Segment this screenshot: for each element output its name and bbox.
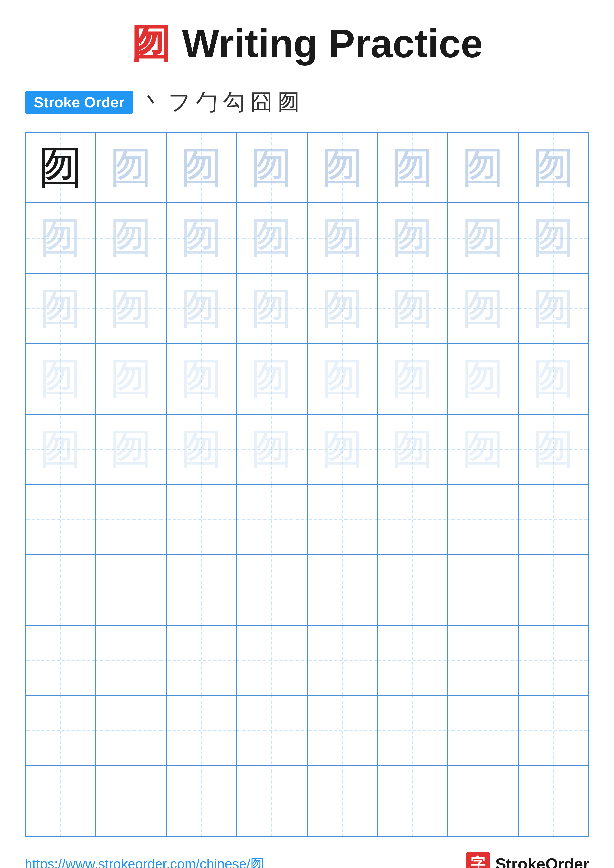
grid-cell[interactable]: [236, 485, 307, 555]
grid-cell[interactable]: [25, 625, 96, 696]
grid-cell[interactable]: 囫: [25, 133, 96, 203]
writing-grid: 囫囫囫囫囫囫囫囫囫囫囫囫囫囫囫囫囫囫囫囫囫囫囫囫囫囫囫囫囫囫囫囫囫囫囫囫囫囫囫囫: [25, 132, 589, 837]
grid-cell[interactable]: 囫: [236, 133, 307, 203]
grid-cell[interactable]: 囫: [518, 203, 589, 273]
grid-cell[interactable]: [236, 625, 307, 696]
grid-cell[interactable]: [307, 696, 378, 766]
grid-cell[interactable]: [518, 555, 589, 625]
grid-cell[interactable]: [518, 485, 589, 555]
stroke-order-badge: Stroke Order: [25, 91, 134, 114]
grid-cell[interactable]: [166, 696, 236, 766]
grid-cell[interactable]: 囫: [378, 133, 448, 203]
footer-logo-text: StrokeOrder: [495, 855, 589, 868]
grid-cell[interactable]: [307, 485, 378, 555]
grid-cell[interactable]: 囫: [448, 344, 518, 414]
grid-cell[interactable]: 囫: [307, 133, 378, 203]
grid-cell[interactable]: [25, 766, 96, 836]
grid-cell[interactable]: [378, 485, 448, 555]
grid-cell[interactable]: 囫: [448, 203, 518, 273]
grid-cell[interactable]: 囫: [307, 414, 378, 485]
grid-cell[interactable]: 囫: [378, 414, 448, 485]
grid-cell[interactable]: [307, 766, 378, 836]
grid-cell[interactable]: [96, 766, 166, 836]
grid-cell[interactable]: [166, 766, 236, 836]
grid-cell[interactable]: [448, 625, 518, 696]
grid-cell[interactable]: [236, 555, 307, 625]
grid-cell[interactable]: 囫: [25, 203, 96, 273]
footer-logo: 字 StrokeOrder: [466, 852, 589, 868]
stroke-5: 囧: [250, 87, 273, 117]
grid-cell[interactable]: [378, 625, 448, 696]
grid-cell[interactable]: 囫: [518, 414, 589, 485]
grid-cell[interactable]: 囫: [236, 203, 307, 273]
grid-cell[interactable]: [378, 696, 448, 766]
page: 囫 Writing Practice Stroke Order 丶 フ 勹 勾 …: [0, 0, 614, 868]
grid-cell[interactable]: [25, 696, 96, 766]
grid-cell[interactable]: 囫: [236, 344, 307, 414]
grid-cell[interactable]: [25, 485, 96, 555]
grid-cell[interactable]: 囫: [96, 203, 166, 273]
title-text: Writing Practice: [171, 21, 483, 65]
grid-cell[interactable]: 囫: [518, 133, 589, 203]
stroke-order-row: Stroke Order 丶 フ 勹 勾 囧 囫: [25, 87, 589, 117]
grid-cell[interactable]: [518, 766, 589, 836]
grid-cell[interactable]: 囫: [96, 273, 166, 344]
stroke-4: 勾: [223, 87, 246, 117]
grid-cell[interactable]: 囫: [96, 414, 166, 485]
grid-cell[interactable]: 囫: [448, 273, 518, 344]
footer-url[interactable]: https://www.strokeorder.com/chinese/囫: [25, 855, 264, 868]
grid-cell[interactable]: [96, 555, 166, 625]
grid-cell[interactable]: [166, 555, 236, 625]
page-title: 囫 Writing Practice: [25, 20, 589, 67]
stroke-chars: 丶 フ 勹 勾 囧 囫: [141, 87, 300, 117]
grid-cell[interactable]: 囫: [25, 414, 96, 485]
grid-cell[interactable]: [307, 555, 378, 625]
grid-cell[interactable]: 囫: [307, 273, 378, 344]
grid-cell[interactable]: 囫: [307, 344, 378, 414]
grid-cell[interactable]: 囫: [378, 203, 448, 273]
stroke-6: 囫: [278, 87, 300, 117]
grid-cell[interactable]: [518, 625, 589, 696]
grid-cell[interactable]: [448, 766, 518, 836]
grid-cell[interactable]: 囫: [236, 273, 307, 344]
grid-cell[interactable]: 囫: [236, 414, 307, 485]
stroke-2: フ: [168, 87, 191, 117]
grid-cell[interactable]: [236, 766, 307, 836]
grid-cell[interactable]: [378, 766, 448, 836]
grid-cell[interactable]: [166, 485, 236, 555]
grid-cell[interactable]: [448, 696, 518, 766]
footer: https://www.strokeorder.com/chinese/囫 字 …: [25, 852, 589, 868]
grid-cell[interactable]: [96, 696, 166, 766]
grid-cell[interactable]: 囫: [96, 133, 166, 203]
grid-cell[interactable]: 囫: [96, 344, 166, 414]
grid-cell[interactable]: [236, 696, 307, 766]
grid-cell[interactable]: [378, 555, 448, 625]
grid-cell[interactable]: [448, 555, 518, 625]
grid-cell[interactable]: 囫: [166, 133, 236, 203]
footer-logo-icon: 字: [466, 852, 490, 868]
grid-cell[interactable]: 囫: [378, 344, 448, 414]
grid-cell[interactable]: 囫: [166, 273, 236, 344]
grid-cell[interactable]: 囫: [378, 273, 448, 344]
title-chinese-char: 囫: [131, 21, 171, 65]
stroke-3: 勹: [196, 87, 218, 117]
grid-cell[interactable]: 囫: [25, 273, 96, 344]
grid-cell[interactable]: 囫: [448, 133, 518, 203]
grid-cell[interactable]: [25, 555, 96, 625]
stroke-1: 丶: [141, 87, 163, 117]
grid-cell[interactable]: 囫: [307, 203, 378, 273]
grid-cell[interactable]: [307, 625, 378, 696]
grid-cell[interactable]: 囫: [166, 414, 236, 485]
grid-cell[interactable]: 囫: [166, 344, 236, 414]
grid-cell[interactable]: [96, 625, 166, 696]
grid-cell[interactable]: [518, 696, 589, 766]
grid-cell[interactable]: [166, 625, 236, 696]
grid-cell[interactable]: 囫: [25, 344, 96, 414]
grid-cell[interactable]: 囫: [166, 203, 236, 273]
grid-cell[interactable]: 囫: [518, 344, 589, 414]
grid-cell[interactable]: 囫: [448, 414, 518, 485]
grid-cell[interactable]: [448, 485, 518, 555]
grid-cell[interactable]: [96, 485, 166, 555]
grid-cell[interactable]: 囫: [518, 273, 589, 344]
